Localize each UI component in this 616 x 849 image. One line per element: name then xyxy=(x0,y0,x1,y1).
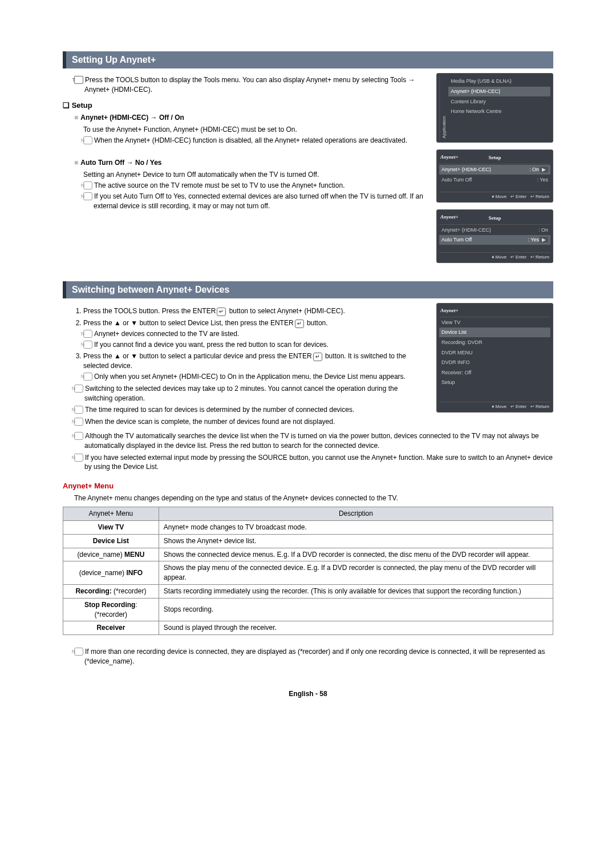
table-cell-menu: View TV xyxy=(63,521,159,535)
setup-text-column: TPress the TOOLS button to display the T… xyxy=(63,73,425,270)
note-icon: N xyxy=(83,330,92,338)
osd-row: Auto Turn Off: Yes xyxy=(439,175,550,185)
anynet-menu-intro: The Anynet+ menu changes depending on th… xyxy=(74,494,553,503)
note-icon: N xyxy=(74,418,83,426)
osd-item: DVDR INFO xyxy=(439,358,550,367)
osd-app-item: Home Network Centre xyxy=(448,107,550,116)
note-icon: N xyxy=(83,341,92,349)
bottom-note-4: NAlthough the TV automatically searches … xyxy=(74,431,553,451)
step-3: Press the ▲ or ▼ button to select a part… xyxy=(83,351,425,381)
table-cell-desc: Shows the connected device menus. E.g. I… xyxy=(159,548,553,561)
enter-button-icon: ↵ xyxy=(313,353,322,361)
osd-row-selected: Auto Turn Off: Yes▶ xyxy=(439,235,550,245)
move-icon: ♦ xyxy=(492,194,494,199)
table-row: View TVAnynet+ mode changes to TV broadc… xyxy=(63,521,553,535)
note-icon: N xyxy=(83,192,92,200)
table-cell-menu: (device_name) INFO xyxy=(63,561,159,585)
square-bullet-icon: ■ xyxy=(74,114,78,122)
table-cell-menu: Receiver xyxy=(63,621,159,635)
intro-note: TPress the TOOLS button to display the T… xyxy=(74,75,425,95)
table-cell-desc: Shows the Anynet+ device list. xyxy=(159,534,553,548)
enter-button-icon: ↵ xyxy=(295,320,304,328)
table-cell-desc: Shows the play menu of the connected dev… xyxy=(159,561,553,585)
step-2: Press the ▲ or ▼ button to select Device… xyxy=(83,318,425,349)
table-row: (device_name) MENUShows the connected de… xyxy=(63,548,553,561)
osd-item: Setup xyxy=(439,378,550,387)
switching-steps: Press the TOOLS button. Press the ENTER↵… xyxy=(83,306,425,382)
table-cell-desc: Sound is played through the receiver. xyxy=(159,621,553,635)
note-icon: N xyxy=(74,406,83,414)
table-cell-desc: Starts recording immediately using the r… xyxy=(159,585,553,599)
note-icon: N xyxy=(74,385,83,393)
osd-row-selected: Anynet+ (HDMI-CEC): On▶ xyxy=(439,165,550,175)
osd-side-label: Application xyxy=(439,76,448,139)
osd-item-selected: Device List xyxy=(439,328,550,337)
osd-device-list: Anynet+ View TV Device List Recording: D… xyxy=(436,303,553,413)
enter-icon: ↵ xyxy=(510,404,514,409)
section-title-switching: Switching between Anynet+ Devices xyxy=(63,281,553,298)
switching-text-column: Press the TOOLS button. Press the ENTER↵… xyxy=(63,303,425,429)
table-row: (device_name) INFOShows the play menu of… xyxy=(63,561,553,585)
note-icon: N xyxy=(74,648,83,656)
table-header-menu: Anynet+ Menu xyxy=(63,507,159,521)
hdmi-cec-item: ■Anynet+ (HDMI-CEC) → Off / On xyxy=(74,113,425,123)
table-row: Recording: (*recorder)Starts recording i… xyxy=(63,585,553,599)
bottom-note-3: NWhen the device scan is complete, the n… xyxy=(74,417,425,427)
table-cell-desc: Anynet+ mode changes to TV broadcast mod… xyxy=(159,521,553,535)
enter-button-icon: ↵ xyxy=(217,308,226,316)
bottom-note-1: NSwitching to the selected devices may t… xyxy=(74,384,425,403)
page-footer: English - 58 xyxy=(63,689,553,699)
bottom-note-2: NThe time required to scan for devices i… xyxy=(74,405,425,415)
return-icon: ↩ xyxy=(530,194,534,199)
note-icon: N xyxy=(83,136,92,144)
arrow-right-icon: ▶ xyxy=(539,237,548,242)
osd-item: DVDR MENU xyxy=(439,348,550,358)
step-1: Press the TOOLS button. Press the ENTER↵… xyxy=(83,306,425,316)
menu-footnote: NIf more than one recording device is co… xyxy=(74,647,553,666)
hdmi-desc: To use the Anynet+ Function, Anynet+ (HD… xyxy=(83,125,425,135)
note-icon: N xyxy=(74,454,83,462)
osd-help-bar: ♦ Move ↵ Enter ↩ Return xyxy=(439,402,550,410)
auto-desc: Setting an Anynet+ Device to turn Off au… xyxy=(83,170,425,180)
table-cell-desc: Stops recording. xyxy=(159,598,553,621)
osd-help-bar: ♦ Move ↵ Enter ↩ Return xyxy=(439,192,550,200)
osd-help-bar: ♦ Move ↵ Enter ↩ Return xyxy=(439,252,550,260)
osd-row: Anynet+ (HDMI-CEC): On xyxy=(439,225,550,235)
table-cell-menu: Device List xyxy=(63,534,159,548)
move-icon: ♦ xyxy=(492,404,494,409)
osd-application-menu: Application Media Play (USB & DLNA) Anyn… xyxy=(436,73,553,142)
osd-column-2: Anynet+ View TV Device List Recording: D… xyxy=(436,303,553,429)
enter-icon: ↵ xyxy=(510,194,514,199)
table-row: ReceiverSound is played through the rece… xyxy=(63,621,553,635)
square-bullet-icon: ■ xyxy=(74,159,78,167)
osd-item: View TV xyxy=(439,318,550,328)
table-row: Device ListShows the Anynet+ device list… xyxy=(63,534,553,548)
hdmi-note: NWhen the Anynet+ (HDMI-CEC) function is… xyxy=(83,136,425,145)
osd-setup-2: Anynet+Setup Anynet+ (HDMI-CEC): On Auto… xyxy=(436,209,553,263)
return-icon: ↩ xyxy=(530,404,534,409)
enter-icon: ↵ xyxy=(510,254,514,260)
osd-setup-1: Anynet+Setup Anynet+ (HDMI-CEC): On▶ Aut… xyxy=(436,149,553,203)
tools-icon: T xyxy=(74,76,83,84)
osd-column-1: Application Media Play (USB & DLNA) Anyn… xyxy=(436,73,553,270)
anynet-menu-heading: Anynet+ Menu xyxy=(63,481,553,491)
auto-note1: NThe active source on the TV remote must… xyxy=(83,181,425,191)
section-title-setting-up: Setting Up Anynet+ xyxy=(63,51,553,68)
arrow-right-icon: ▶ xyxy=(539,167,548,172)
table-cell-menu: (device_name) MENU xyxy=(63,548,159,561)
move-icon: ♦ xyxy=(492,254,494,260)
table-cell-menu: Stop Recording: (*recorder) xyxy=(63,598,159,621)
table-header-desc: Description xyxy=(159,507,553,521)
osd-app-item-selected: Anynet+ (HDMI-CEC) xyxy=(448,87,550,96)
osd-app-item: Content Library xyxy=(448,97,550,107)
osd-item: Recording: DVDR xyxy=(439,338,550,347)
setup-subheading: Setup xyxy=(63,100,425,111)
osd-app-item: Media Play (USB & DLNA) xyxy=(448,76,550,86)
auto-turnoff-item: ■Auto Turn Off → No / Yes xyxy=(74,158,425,168)
table-cell-menu: Recording: (*recorder) xyxy=(63,585,159,599)
osd-item: Receiver: Off xyxy=(439,368,550,378)
anynet-menu-table: Anynet+ MenuDescription View TVAnynet+ m… xyxy=(63,507,553,635)
bottom-note-5: NIf you have selected external input mod… xyxy=(74,453,553,472)
table-row: Stop Recording: (*recorder)Stops recordi… xyxy=(63,598,553,621)
auto-note2: NIf you set Auto Turn Off to Yes, connec… xyxy=(83,192,425,211)
